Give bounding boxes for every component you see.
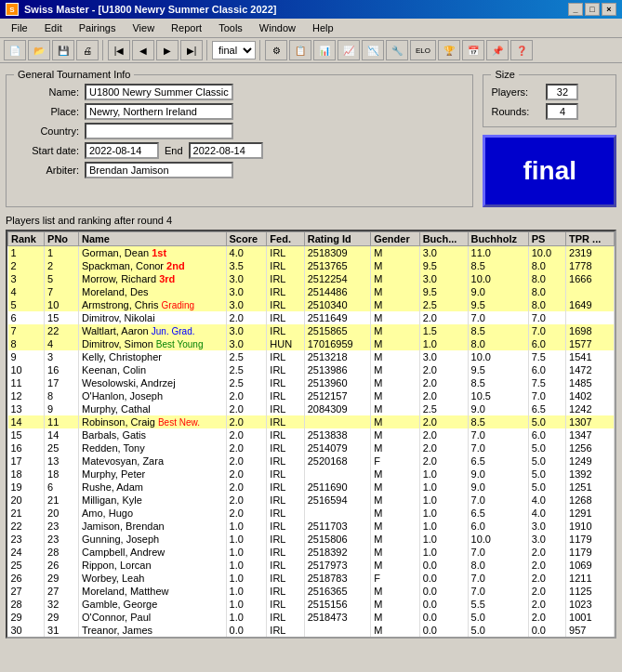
cell-tpr xyxy=(566,311,615,324)
toolbar-btn-e[interactable]: 📉 xyxy=(362,40,384,60)
table-row[interactable]: 17 13 Matevosyan, Zara 2.0 IRL 2520168 F… xyxy=(8,455,615,468)
table-row[interactable]: 23 23 Gunning, Joseph 1.0 IRL 2515806 M … xyxy=(8,533,615,546)
toolbar-btn-b[interactable]: 📋 xyxy=(289,40,311,60)
cell-fed: IRL xyxy=(267,481,304,494)
toolbar-btn-h[interactable]: 📅 xyxy=(462,40,484,60)
menu-report[interactable]: Report xyxy=(164,20,209,35)
table-row[interactable]: 27 27 Moreland, Matthew 1.0 IRL 2516365 … xyxy=(8,585,615,598)
toolbar-next[interactable]: ▶ xyxy=(156,40,179,60)
close-button[interactable]: × xyxy=(602,3,616,16)
toolbar-prev[interactable]: ◀ xyxy=(132,40,154,60)
cell-fed: IRL xyxy=(267,455,304,468)
table-row[interactable]: 20 21 Milligan, Kyle 2.0 IRL 2516594 M 1… xyxy=(8,494,615,507)
toolbar-btn-c[interactable]: 📊 xyxy=(313,40,336,60)
table-row[interactable]: 14 11 Robinson, Craig Best New. 2.0 IRL … xyxy=(8,415,615,428)
cell-buchholz: 8.5 xyxy=(468,415,528,428)
cell-buchholz: 11.0 xyxy=(468,246,528,260)
arbiter-input[interactable] xyxy=(85,162,233,178)
cell-name: Dimitrov, Simon Best Young xyxy=(78,337,226,350)
minimize-button[interactable]: _ xyxy=(568,3,583,16)
table-row[interactable]: 26 29 Worbey, Leah 1.0 IRL 2518783 F 0.0… xyxy=(8,572,615,585)
table-row[interactable]: 6 15 Dimitrov, Nikolai 2.0 IRL 2511649 M… xyxy=(8,311,615,324)
players-table-container[interactable]: Rank PNo Name Score Fed. Rating Id Gende… xyxy=(6,230,616,639)
table-row[interactable]: 15 14 Barbals, Gatis 2.0 IRL 2513838 M 2… xyxy=(8,428,615,441)
menu-tools[interactable]: Tools xyxy=(211,20,250,35)
toolbar-open[interactable]: 📂 xyxy=(28,40,50,60)
table-row[interactable]: 2 2 Spackman, Conor 2nd 3.5 IRL 2513765 … xyxy=(8,259,615,272)
cell-name: Gunning, Joseph xyxy=(78,533,226,546)
cell-gender: M xyxy=(371,533,419,546)
table-row[interactable]: 1 1 Gorman, Dean 1st 4.0 IRL 2518309 M 3… xyxy=(8,246,615,260)
toolbar-print[interactable]: 🖨 xyxy=(76,40,99,60)
cell-tpr: 1485 xyxy=(566,376,615,389)
rounds-label: Rounds: xyxy=(491,106,542,117)
toolbar-btn-j[interactable]: ❓ xyxy=(510,40,533,60)
date-row: Start date: End xyxy=(14,142,465,159)
table-row[interactable]: 30 31 Treanor, James 0.0 IRL M 0.0 5.0 0… xyxy=(8,624,615,637)
rounds-value[interactable] xyxy=(546,103,578,120)
round-select[interactable]: 1 2 3 4 final xyxy=(212,41,256,59)
window-controls[interactable]: _ □ × xyxy=(568,3,616,16)
table-row[interactable]: 4 7 Moreland, Des 3.0 IRL 2514486 M 9.5 … xyxy=(8,285,615,298)
table-row[interactable]: 31 30 Matevosyan, Aik 0.0 IRL M 0.0 7.0 … xyxy=(8,637,615,639)
maximize-button[interactable]: □ xyxy=(585,3,600,16)
menu-edit[interactable]: Edit xyxy=(37,20,70,35)
table-row[interactable]: 22 23 Jamison, Brendan 1.0 IRL 2511703 M… xyxy=(8,520,615,533)
toolbar-btn-g[interactable]: 🏆 xyxy=(438,40,460,60)
cell-fed: IRL xyxy=(267,598,304,611)
table-row[interactable]: 7 22 Waltlart, Aaron Jun. Grad. 3.0 IRL … xyxy=(8,324,615,337)
table-row[interactable]: 8 4 Dimitrov, Simon Best Young 3.0 HUN 1… xyxy=(8,337,615,350)
cell-name: Dimitrov, Nikolai xyxy=(78,311,226,324)
toolbar-btn-i[interactable]: 📌 xyxy=(486,40,509,60)
cell-pno: 13 xyxy=(45,455,79,468)
toolbar-btn-f[interactable]: 🔧 xyxy=(386,40,408,60)
cell-rank: 6 xyxy=(8,311,45,324)
table-row[interactable]: 21 20 Amo, Hugo 2.0 IRL M 1.0 6.5 4.0 12… xyxy=(8,507,615,520)
table-row[interactable]: 11 17 Wesolowski, Andrzej 2.5 IRL 251396… xyxy=(8,376,615,389)
start-input[interactable] xyxy=(85,142,159,159)
end-input[interactable] xyxy=(189,142,263,159)
table-row[interactable]: 16 25 Redden, Tony 2.0 IRL 2514079 M 2.0… xyxy=(8,441,615,455)
separator-2 xyxy=(206,40,208,60)
cell-rank: 12 xyxy=(8,389,45,402)
table-row[interactable]: 24 28 Campbell, Andrew 1.0 IRL 2518392 M… xyxy=(8,546,615,559)
table-row[interactable]: 19 6 Rushe, Adam 2.0 IRL 2511690 M 1.0 9… xyxy=(8,481,615,494)
toolbar-last[interactable]: ▶| xyxy=(180,40,203,60)
place-input[interactable] xyxy=(85,103,233,120)
toolbar-save[interactable]: 💾 xyxy=(52,40,74,60)
toolbar-btn-d[interactable]: 📈 xyxy=(337,40,360,60)
cell-score: 1.0 xyxy=(226,546,267,559)
menu-help[interactable]: Help xyxy=(305,20,341,35)
toolbar-elo[interactable]: ELO xyxy=(410,40,436,60)
table-row[interactable]: 12 8 O'Hanlon, Joseph 2.0 IRL 2512157 M … xyxy=(8,389,615,402)
toolbar-new[interactable]: 📄 xyxy=(4,40,26,60)
table-row[interactable]: 18 18 Murphy, Peter 2.0 IRL M 1.0 9.0 5.… xyxy=(8,468,615,481)
table-row[interactable]: 10 16 Keenan, Colin 2.5 IRL 2513986 M 2.… xyxy=(8,363,615,376)
table-row[interactable]: 28 32 Gamble, George 1.0 IRL 2515156 M 0… xyxy=(8,598,615,611)
cell-score: 2.0 xyxy=(226,428,267,441)
name-input[interactable] xyxy=(85,84,233,100)
toolbar-first[interactable]: |◀ xyxy=(108,40,130,60)
menu-view[interactable]: View xyxy=(125,20,162,35)
table-row[interactable]: 13 9 Murphy, Cathal 2.0 IRL 2084309 M 2.… xyxy=(8,402,615,415)
cell-buchholz: 6.5 xyxy=(468,455,528,468)
players-value[interactable] xyxy=(546,84,578,100)
menu-file[interactable]: File xyxy=(4,20,35,35)
cell-pno: 14 xyxy=(45,428,79,441)
cell-rank: 18 xyxy=(8,468,45,481)
table-row[interactable]: 5 10 Armstrong, Chris Grading 3.0 IRL 25… xyxy=(8,298,615,311)
menu-pairings[interactable]: Pairings xyxy=(72,20,124,35)
country-input[interactable] xyxy=(85,123,233,139)
cell-fed: IRL xyxy=(267,350,304,363)
table-row[interactable]: 29 29 O'Connor, Paul 1.0 IRL 2518473 M 0… xyxy=(8,611,615,624)
final-button[interactable]: final xyxy=(483,135,616,207)
menu-window[interactable]: Window xyxy=(252,20,303,35)
table-row[interactable]: 25 26 Rippon, Lorcan 1.0 IRL 2517973 M 0… xyxy=(8,559,615,572)
cell-fed: IRL xyxy=(267,376,304,389)
cell-gender: M xyxy=(371,598,419,611)
table-row[interactable]: 3 5 Morrow, Richard 3rd 3.0 IRL 2512254 … xyxy=(8,272,615,285)
cell-fed: IRL xyxy=(267,468,304,481)
toolbar-btn-a[interactable]: ⚙ xyxy=(265,40,287,60)
cell-buchholz: 7.0 xyxy=(468,637,528,639)
table-row[interactable]: 9 3 Kelly, Christopher 2.5 IRL 2513218 M… xyxy=(8,350,615,363)
